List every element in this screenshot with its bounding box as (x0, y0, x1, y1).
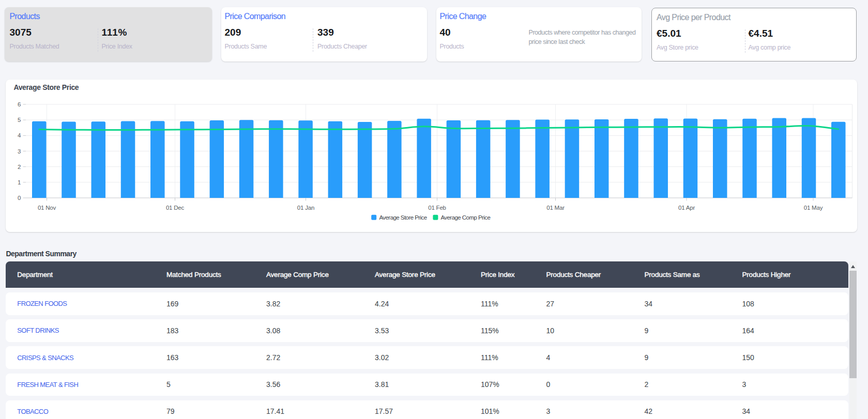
svg-text:Average Comp Price: Average Comp Price (440, 214, 490, 221)
svg-text:2: 2 (18, 164, 21, 170)
svg-text:01 Nov: 01 Nov (37, 205, 56, 211)
svg-text:01 Mar: 01 Mar (546, 205, 565, 211)
svg-text:6: 6 (18, 101, 21, 107)
svg-text:Average Store Price: Average Store Price (379, 214, 427, 221)
svg-text:0: 0 (18, 195, 21, 201)
svg-text:3: 3 (18, 148, 21, 154)
svg-text:01 Apr: 01 Apr (678, 205, 694, 211)
svg-text:5: 5 (18, 117, 21, 123)
svg-text:01 May: 01 May (803, 205, 823, 211)
svg-text:01 Dec: 01 Dec (165, 205, 184, 211)
svg-text:01 Feb: 01 Feb (428, 205, 446, 211)
svg-text:1: 1 (18, 179, 21, 185)
svg-text:01 Jan: 01 Jan (297, 205, 314, 211)
svg-text:4: 4 (18, 132, 21, 138)
